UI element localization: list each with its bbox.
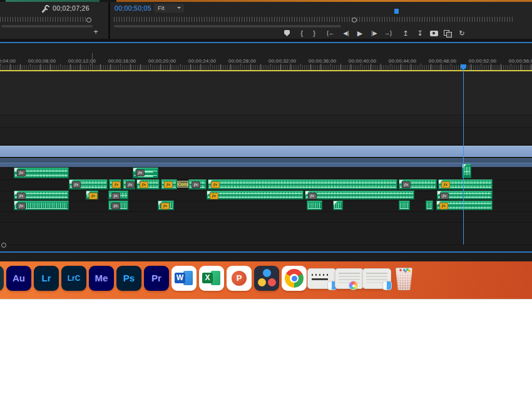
resolve-dot-yellow (258, 278, 266, 286)
video-track-row[interactable] (0, 115, 532, 128)
dock-icon-word[interactable]: W (171, 266, 197, 291)
fx-badge: fx (126, 181, 135, 188)
dock-icon-lightroom-classic[interactable]: LrC (61, 266, 86, 291)
program-mini-ruler[interactable] (114, 17, 514, 22)
audio-clip[interactable]: fx (14, 201, 69, 210)
go-to-in-button[interactable]: {← (324, 28, 337, 39)
waveform (209, 185, 396, 188)
audio-clip[interactable]: fx (399, 179, 437, 189)
audio-clip[interactable]: fx (109, 179, 121, 189)
audio-clip[interactable] (307, 201, 322, 210)
go-to-out-button[interactable]: →} (381, 28, 395, 39)
audio-clip[interactable]: fx (436, 201, 493, 210)
step-forward-button[interactable]: |▶ (367, 28, 381, 39)
ruler-label: 00;00;44;00 (389, 58, 416, 64)
video-track-row[interactable] (0, 71, 532, 115)
export-frame-button[interactable] (427, 28, 441, 39)
monitor-panels: 00;02;07;26 00;00;50;05 Fit + {}{←◀|▶|▶→… (0, 2, 532, 39)
comparison-view-button[interactable] (441, 28, 454, 39)
video-track-row[interactable] (0, 128, 532, 145)
audio-clip[interactable] (426, 201, 433, 210)
source-timecode: 00;02;07;26 (53, 4, 90, 12)
audio-clip[interactable]: fx (86, 191, 98, 200)
play-button[interactable]: ▶ (353, 28, 367, 39)
dock-icon-minimized-window-2[interactable] (335, 268, 364, 289)
audio-clip[interactable]: fx (123, 179, 135, 189)
dock-icon-media-encoder[interactable]: Me (89, 266, 114, 291)
waveform (306, 192, 413, 194)
lift-button[interactable]: ↥ (399, 28, 412, 39)
dock-icon-chrome[interactable] (282, 266, 307, 291)
mark-out-button[interactable]: } (307, 28, 321, 39)
dock-icon-premiere-pro[interactable]: Pr (144, 266, 169, 291)
audio-clip[interactable]: fx (14, 191, 69, 200)
mini-ruler-playhead[interactable] (394, 9, 399, 14)
audio-clip[interactable]: fx (158, 201, 174, 210)
source-mini-ruler[interactable] (0, 17, 88, 22)
audio-clip[interactable]: fx (14, 168, 69, 178)
dock-icon-lightroom[interactable]: Lr (34, 266, 59, 291)
audio-clip[interactable]: fx (438, 179, 493, 189)
fx-badge: fx (72, 181, 81, 188)
dock-icon-photoshop[interactable]: Ps (116, 266, 141, 291)
app-initials: Pr (144, 266, 169, 291)
fx-badge: fx (111, 193, 120, 200)
audio-clip[interactable]: fx (108, 191, 128, 200)
fx-badge: fx (17, 193, 26, 200)
dock-icon-davinci-resolve[interactable] (254, 266, 279, 291)
audio-clip[interactable]: fx (108, 201, 128, 210)
ruler-label: 00;00;28;00 (228, 58, 256, 64)
ruler-label: 00;00;20;00 (148, 58, 176, 64)
waveform-lane (463, 164, 470, 178)
timeline-scroll-track[interactable] (0, 245, 532, 245)
add-button[interactable]: + (91, 28, 100, 36)
dock-icon-excel[interactable]: X (199, 266, 224, 291)
dock-icon-minimized-window-3[interactable] (362, 268, 391, 289)
extract-button[interactable]: ↧ (413, 28, 427, 39)
audio-clip[interactable]: fx (207, 191, 304, 200)
add-marker-button[interactable] (280, 28, 294, 39)
loop-playback-button[interactable]: ↻ (455, 28, 469, 39)
mark-in-button[interactable]: { (295, 28, 309, 39)
audio-clip[interactable]: fx (136, 179, 160, 189)
fx-badge: fx (17, 203, 26, 210)
source-scrollbar[interactable] (1, 25, 93, 28)
app-initials: LrC (61, 266, 86, 291)
zoom-level-select[interactable]: Fit (154, 4, 184, 13)
fx-badge: fx (89, 193, 98, 200)
audio-transition[interactable]: Cons (177, 181, 188, 188)
ruler-label: 00;00;52;00 (469, 58, 496, 64)
fx-badge: fx (136, 169, 145, 176)
video-clip-band[interactable] (0, 146, 532, 157)
panel-divider[interactable] (108, 2, 110, 39)
audio-clip[interactable]: fx (133, 168, 158, 178)
waveform (334, 203, 342, 209)
resolve-dot-red (268, 278, 276, 286)
timeline-scroll-handle[interactable] (1, 243, 6, 248)
source-zoom-handle[interactable] (86, 18, 91, 23)
audio-clip[interactable]: fx (161, 179, 177, 189)
dock-icon-minimized-window-1[interactable] (307, 268, 336, 289)
dock-icon-trash[interactable] (392, 266, 417, 291)
program-zoom-handle[interactable] (352, 18, 357, 23)
fx-badge: fx (210, 193, 218, 200)
fx-badge: fx (402, 181, 411, 188)
waveform (208, 192, 302, 194)
playhead-line[interactable] (463, 64, 464, 245)
audio-clip[interactable]: fx (437, 191, 493, 200)
settings-wrench-icon[interactable] (41, 8, 46, 13)
audio-clip[interactable]: fx (69, 179, 108, 189)
dock-icon-powerpoint[interactable]: P (227, 266, 252, 291)
ruler-label: 00;00;56;00 (509, 58, 532, 64)
audio-clip[interactable]: fx (188, 179, 207, 189)
audio-clip[interactable] (399, 201, 410, 210)
dock-icon-partial-app[interactable] (0, 266, 4, 291)
audio-clip[interactable] (333, 201, 343, 210)
step-back-button[interactable]: ◀| (339, 28, 353, 39)
ruler-label: 00;00;48;00 (429, 58, 456, 64)
audio-clip[interactable]: fx (208, 179, 397, 189)
audio-clip[interactable]: fx (305, 191, 414, 200)
timeline-panel[interactable]: 00;00;04;0000;00;08;0000;00;12;0000;00;1… (0, 43, 532, 251)
window-content (339, 273, 360, 274)
dock-icon-audition[interactable]: Au (6, 266, 31, 291)
